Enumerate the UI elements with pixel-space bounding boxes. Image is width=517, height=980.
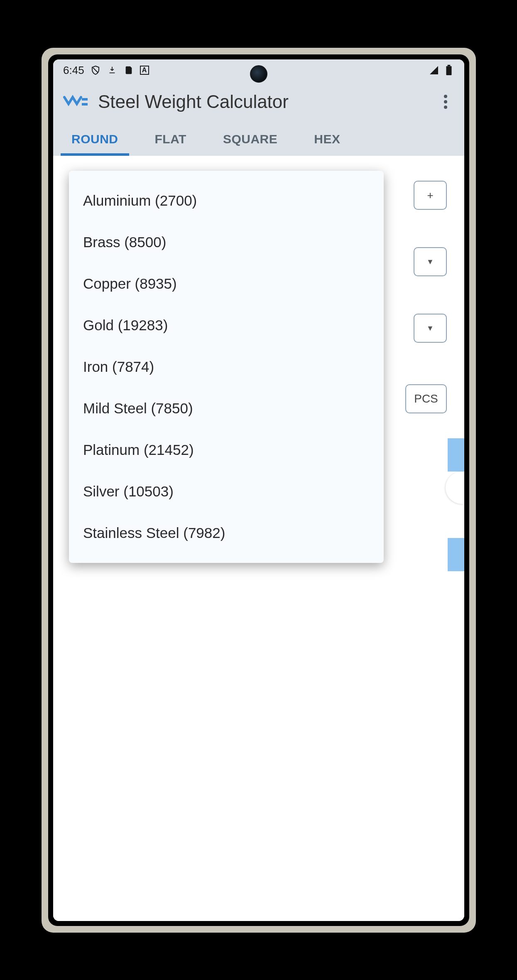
unit-select-2[interactable]: ▼: [414, 314, 447, 343]
material-option-iron[interactable]: Iron (7874): [69, 346, 384, 388]
blue-accent-1: [448, 438, 464, 472]
material-option-mild-steel[interactable]: Mild Steel (7850): [69, 388, 384, 429]
material-dropdown: Aluminium (2700) Brass (8500) Copper (89…: [69, 171, 384, 563]
add-button[interactable]: +: [414, 181, 447, 210]
nav-indicator[interactable]: [209, 918, 309, 921]
shield-icon: [90, 65, 101, 76]
material-option-platinum[interactable]: Platinum (21452): [69, 429, 384, 471]
app-logo: [61, 94, 91, 110]
battery-icon: [443, 65, 454, 76]
a-box-icon: A: [140, 66, 149, 75]
svg-rect-2: [448, 65, 451, 66]
content-area: + ▼ ▼ PCS Aluminium (2700) Brass (8500) …: [53, 156, 464, 921]
phone-bezel: 6:45 A: [48, 54, 469, 926]
pcs-label: PCS: [405, 384, 447, 413]
phone-frame: 6:45 A: [42, 48, 476, 933]
tab-square[interactable]: SQUARE: [205, 123, 296, 156]
blue-accent-2: [448, 538, 464, 571]
pill-button[interactable]: [446, 472, 464, 504]
svg-line-0: [93, 68, 98, 73]
chevron-down-icon: ▼: [426, 258, 434, 266]
svg-point-7: [444, 106, 447, 109]
material-option-silver[interactable]: Silver (10503): [69, 471, 384, 512]
tab-round[interactable]: ROUND: [53, 123, 137, 156]
unit-select-1[interactable]: ▼: [414, 247, 447, 276]
material-option-brass[interactable]: Brass (8500): [69, 221, 384, 263]
chevron-down-icon: ▼: [426, 324, 434, 333]
material-option-copper[interactable]: Copper (8935): [69, 263, 384, 305]
material-option-aluminium[interactable]: Aluminium (2700): [69, 180, 384, 221]
app-title: Steel Weight Calculator: [91, 91, 435, 112]
screen: 6:45 A: [53, 59, 464, 921]
tab-flat[interactable]: FLAT: [137, 123, 205, 156]
tab-hex[interactable]: HEX: [296, 123, 358, 156]
download-icon: [107, 65, 118, 76]
signal-icon: [429, 65, 439, 76]
svg-rect-3: [82, 98, 88, 101]
svg-point-6: [444, 100, 447, 103]
material-option-stainless-steel[interactable]: Stainless Steel (7982): [69, 512, 384, 554]
svg-rect-4: [82, 103, 88, 106]
status-right: [429, 65, 454, 76]
overflow-menu-button[interactable]: [435, 95, 456, 109]
status-time: 6:45: [63, 64, 84, 77]
svg-point-5: [444, 95, 447, 98]
sd-card-icon: [123, 65, 134, 76]
svg-rect-1: [446, 66, 452, 75]
status-left: 6:45 A: [63, 64, 149, 77]
app-bar: Steel Weight Calculator: [53, 81, 464, 123]
material-option-gold[interactable]: Gold (19283): [69, 305, 384, 346]
front-camera: [250, 65, 267, 83]
tab-bar: ROUND FLAT SQUARE HEX: [53, 123, 464, 156]
